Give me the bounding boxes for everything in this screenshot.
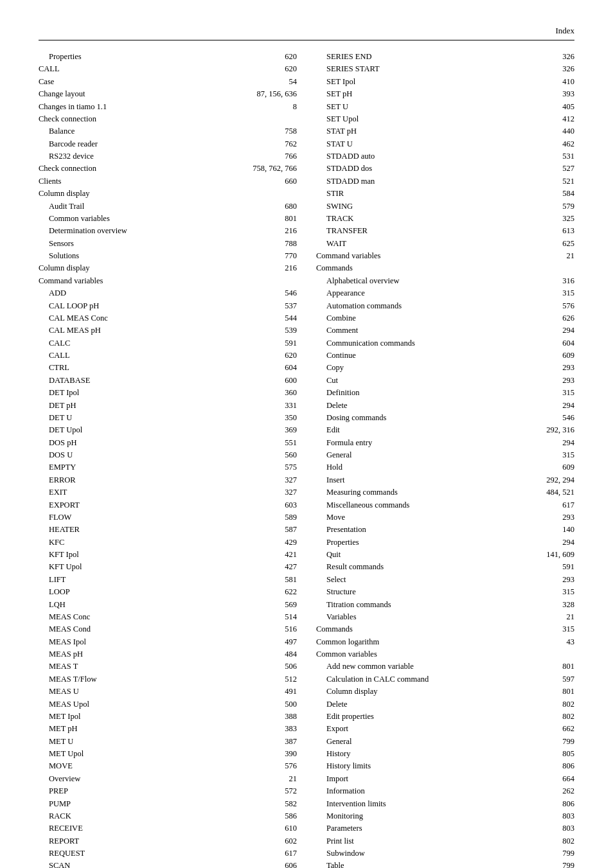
list-item: SCAN606	[39, 860, 297, 868]
entry-page: 527	[536, 163, 574, 175]
entry-label: Determination overview	[49, 225, 258, 237]
list-item: DOS U560	[39, 449, 297, 461]
entry-page: 326	[536, 51, 574, 63]
entry-page: 604	[258, 362, 297, 374]
entry-label: Titration commands	[326, 599, 536, 611]
list-item: Commands	[316, 262, 574, 274]
entry-label: MEAS U	[49, 686, 258, 698]
list-item: Common variables801	[39, 213, 297, 225]
entry-label: Command variables	[316, 250, 536, 262]
list-item: Clients660	[39, 175, 297, 188]
entry-label: Table	[326, 860, 536, 868]
list-item: Edit properties802	[316, 711, 574, 723]
entry-label: General	[326, 449, 536, 461]
entry-label: MET Upol	[49, 748, 258, 760]
list-item: Audit Trail680	[39, 200, 297, 213]
entry-page: 591	[536, 561, 574, 573]
list-item: MOVE576	[39, 760, 297, 772]
entry-label: Barcode reader	[49, 138, 258, 150]
entry-page: 584	[536, 188, 574, 200]
entry-page: 546	[258, 287, 297, 299]
entry-label: Commands	[316, 623, 536, 635]
list-item: Barcode reader762	[39, 138, 297, 150]
list-item: Cut293	[316, 375, 574, 387]
entry-page: 294	[536, 437, 574, 449]
entry-page: 315	[536, 623, 574, 635]
entry-page: 328	[536, 599, 574, 611]
entry-page: 294	[536, 324, 574, 337]
list-item: CALC591	[39, 337, 297, 350]
list-item: Add new common variable801	[316, 660, 574, 673]
list-item: Calculation in CALC command597	[316, 673, 574, 686]
entry-page: 369	[258, 424, 297, 436]
entry-page: 54	[258, 76, 297, 88]
entry-page: 8	[258, 101, 297, 113]
entry-label: DET pH	[49, 400, 258, 412]
entry-page: 587	[258, 524, 297, 536]
list-item: KFC429	[39, 536, 297, 549]
list-item: Balance758	[39, 125, 297, 137]
entry-label: Add new common variable	[326, 660, 536, 673]
entry-page: 766	[258, 150, 297, 163]
entry-label: Variables	[326, 611, 536, 623]
entry-page: 537	[258, 300, 297, 312]
entry-page: 576	[258, 760, 297, 772]
entry-label: STAT U	[326, 138, 536, 150]
list-item: PUMP582	[39, 798, 297, 810]
entry-label: DET Ipol	[49, 387, 258, 399]
entry-page: 531	[536, 150, 574, 163]
entry-label: EXIT	[49, 486, 258, 499]
list-item: SERIES START326	[316, 63, 574, 75]
entry-page: 620	[258, 63, 297, 75]
entry-label: MEAS Conc	[49, 611, 258, 623]
list-item: RS232 device766	[39, 150, 297, 163]
entry-page: 625	[536, 238, 574, 250]
entry-page: 216	[258, 262, 297, 274]
list-item: KFT Ipol421	[39, 549, 297, 561]
list-item: SET U405	[316, 101, 574, 113]
entry-label: Changes in tiamo 1.1	[39, 101, 258, 113]
entry-page: 388	[258, 711, 297, 723]
entry-page: 600	[258, 375, 297, 387]
list-item: Result commands591	[316, 561, 574, 573]
entry-label: Miscellaneous commands	[326, 499, 536, 511]
entry-page: 315	[536, 287, 574, 299]
list-item: Command variables	[39, 275, 297, 287]
entry-label: Properties	[49, 51, 258, 63]
list-item: STDADD man521	[316, 175, 574, 188]
entry-page: 539	[258, 324, 297, 337]
list-item: SET Ipol410	[316, 76, 574, 88]
list-item: ERROR327	[39, 474, 297, 486]
entry-label: Monitoring	[326, 810, 536, 822]
entry-label: LQH	[49, 599, 258, 611]
list-item: Column display	[39, 188, 297, 200]
entry-label: General	[326, 736, 536, 748]
list-item: Information262	[316, 785, 574, 797]
entry-page: 390	[258, 748, 297, 760]
list-item: SWING579	[316, 200, 574, 213]
entry-page: 603	[258, 499, 297, 511]
entry-label: Alphabetical overview	[326, 275, 536, 287]
list-item: SET pH393	[316, 88, 574, 100]
entry-page: 87, 156, 636	[253, 88, 298, 100]
list-item: DET Ipol360	[39, 387, 297, 399]
entry-page: 294	[536, 400, 574, 412]
entry-page: 662	[536, 723, 574, 735]
entry-page: 572	[258, 785, 297, 797]
entry-page: 315	[536, 449, 574, 461]
list-item: FLOW589	[39, 511, 297, 524]
list-item: STDADD dos527	[316, 163, 574, 175]
entry-page: 788	[258, 238, 297, 250]
list-item: Properties294	[316, 536, 574, 549]
list-item: WAIT625	[316, 238, 574, 250]
entry-label: CAL MEAS pH	[49, 324, 258, 337]
list-item: CALL620	[39, 350, 297, 362]
entry-page: 484, 521	[536, 486, 574, 499]
list-item: Command variables21	[316, 250, 574, 262]
entry-page: 421	[258, 549, 297, 561]
entry-label: Case	[39, 76, 258, 88]
list-item: PREP572	[39, 785, 297, 797]
entry-page: 546	[536, 412, 574, 424]
entry-label: MET Ipol	[49, 711, 258, 723]
entry-page: 315	[536, 387, 574, 399]
